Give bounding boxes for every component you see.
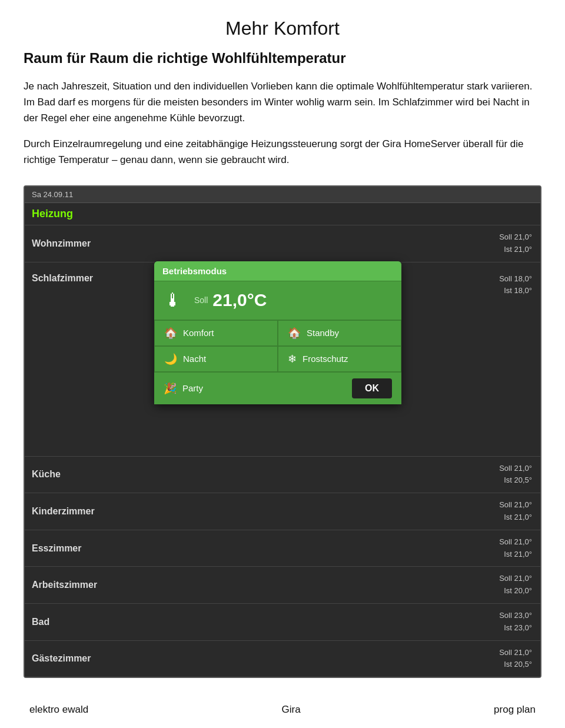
hs-room-list: Wohnzimmer Soll 21,0° Ist 21,0° Schlafzi…: [25, 225, 540, 677]
standby-label: Standby: [307, 328, 339, 338]
room-label-arbeitszimmer: Arbeitszimmer: [25, 574, 142, 596]
popup-header: Betriebsmodus: [154, 261, 401, 281]
footer-right: prog plan: [494, 704, 536, 716]
room-label-kueche: Küche: [25, 463, 142, 486]
nacht-button[interactable]: 🌙 Nacht: [154, 346, 278, 372]
thermometer-icon: 🌡: [164, 290, 182, 311]
page-sub-title: Raum für Raum die richtige Wohlfühltempe…: [24, 50, 541, 67]
table-row: Küche Soll 21,0° Ist 20,5°: [25, 457, 540, 494]
paragraph-2: Durch Einzelraumregelung und eine zeitab…: [24, 136, 541, 168]
moon-icon: 🌙: [164, 353, 177, 365]
room-values-schlafzimmer: Soll 18,0° Ist 18,0°: [491, 267, 540, 304]
room-label-esszimmer: Esszimmer: [25, 537, 142, 560]
ok-button[interactable]: OK: [352, 378, 392, 398]
room-label-wohnzimmer: Wohnzimmer: [25, 232, 142, 255]
komfort-label: Komfort: [183, 328, 214, 338]
room-values-arbeitszimmer: Soll 21,0° Ist 20,0°: [491, 567, 540, 603]
home-komfort-icon: 🏠: [164, 327, 177, 340]
page-main-title: Mehr Komfort: [24, 18, 541, 39]
footer-center: Gira: [282, 704, 301, 716]
hs-section-heizung: Heizung: [25, 203, 540, 225]
komfort-button[interactable]: 🏠 Komfort: [154, 320, 278, 346]
home-standby-icon: 🏠: [288, 327, 301, 340]
party-label: Party: [182, 383, 203, 393]
room-values-kueche: Soll 21,0° Ist 20,5°: [491, 457, 540, 493]
party-icon: 🎉: [164, 382, 177, 395]
mode-buttons-grid: 🏠 Komfort 🏠 Standby 🌙 Nacht: [154, 320, 401, 372]
footer-left: elektro ewald: [29, 704, 88, 716]
hs-date-bar: Sa 24.09.11: [25, 187, 540, 203]
table-row: Kinderzimmer Soll 21,0° Ist 21,0°: [25, 493, 540, 530]
homeserver-panel: Sa 24.09.11 Heizung Wohnzimmer Soll 21,0…: [24, 185, 541, 678]
room-values-bad: Soll 23,0° Ist 23,0°: [491, 604, 540, 640]
soll-label: Soll: [194, 295, 208, 305]
room-values-gaestezimmer: Soll 21,0° Ist 20,5°: [491, 641, 540, 677]
room-label-gaestezimmer: Gästezimmer: [25, 647, 142, 670]
table-row: Bad Soll 23,0° Ist 23,0°: [25, 604, 540, 641]
room-values-wohnzimmer: Soll 21,0° Ist 21,0°: [491, 225, 540, 262]
footer: elektro ewald Gira prog plan: [24, 696, 541, 722]
room-label-kinderzimmer: Kinderzimmer: [25, 500, 142, 523]
betriebsmodus-popup[interactable]: Betriebsmodus 🌡 Soll 21,0°C 🏠 Komfort: [154, 261, 401, 404]
popup-temp-row: 🌡 Soll 21,0°C: [154, 281, 401, 320]
standby-button[interactable]: 🏠 Standby: [278, 320, 401, 346]
frost-icon: ❄: [288, 353, 297, 365]
frostschutz-button[interactable]: ❄ Frostschutz: [278, 346, 401, 372]
temp-value: 21,0°C: [212, 290, 267, 310]
popup-bottom-row: 🎉 Party OK: [154, 372, 401, 404]
table-row: Gästezimmer Soll 21,0° Ist 20,5°: [25, 641, 540, 677]
paragraph-1: Je nach Jahreszeit, Situation und den in…: [24, 78, 541, 127]
room-values-kinderzimmer: Soll 21,0° Ist 21,0°: [491, 493, 540, 530]
room-values-esszimmer: Soll 21,0° Ist 21,0°: [491, 530, 540, 567]
table-row: Arbeitszimmer Soll 21,0° Ist 20,0°: [25, 567, 540, 604]
room-label-bad: Bad: [25, 611, 142, 633]
party-button[interactable]: 🎉 Party: [164, 382, 352, 395]
room-label-schlafzimmer: Schlafzimmer: [25, 267, 142, 290]
frostschutz-label: Frostschutz: [303, 354, 348, 364]
table-row: Wohnzimmer Soll 21,0° Ist 21,0°: [25, 225, 540, 262]
nacht-label: Nacht: [183, 354, 206, 364]
table-row: Esszimmer Soll 21,0° Ist 21,0°: [25, 530, 540, 567]
table-row: Schlafzimmer Betriebsmodus 🌡 Soll 21,0°C: [25, 262, 540, 457]
